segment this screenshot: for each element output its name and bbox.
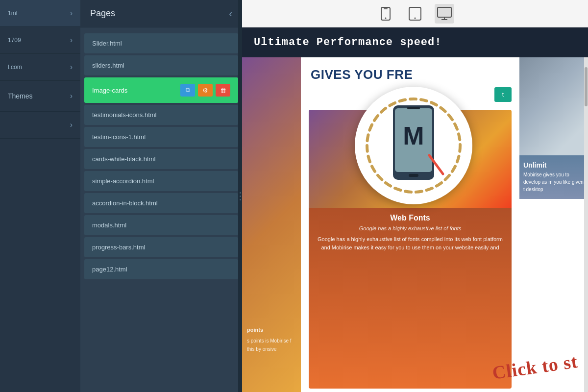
preview-cta-button: t [494,87,512,102]
page-item-label: cards-white-black.html [92,155,155,163]
page-item-slider[interactable]: Slider.html [84,33,238,53]
page-item-sliders[interactable]: sliders.html [84,55,238,75]
page-item-testimonials[interactable]: testimonials-icons.html [84,105,238,125]
preview-main-section: points s points is Mobirise f this by on… [242,57,588,392]
sidebar: 1ml › 1709 › l.com › Themes › › [0,0,80,392]
svg-rect-5 [438,7,451,17]
page-item-testim-icons-1[interactable]: testim-icons-1.html [84,127,238,147]
resize-dot [240,192,241,194]
page-item-label: modals.html [92,221,126,229]
sidebar-item-2-label: 1709 [8,37,21,44]
page-item-progress-bars[interactable]: progress-bars.html [84,237,238,257]
sidebar-item-3[interactable]: l.com › [0,54,80,81]
resize-dot [240,196,241,197]
preview-banner: Ultimate Performance speed! [242,27,588,57]
sidebar-item-2[interactable]: 1709 › [0,27,80,54]
close-icon[interactable]: ‹ [229,8,232,19]
preview-left-column: points s points is Mobirise f this by on… [242,57,301,392]
page-item-modals[interactable]: modals.html [84,215,238,235]
preview-card-1-body: Web Fonts Google has a highly exhaustive… [309,208,512,389]
preview-card-1-text: Google has a highly exhaustive list of f… [315,235,506,251]
page-item-label: page12.html [92,266,127,273]
sidebar-item-themes-label: Themes [8,92,33,100]
preview-gives-you-text: GIVES YOU FRE [301,57,519,87]
mobile-icon [380,7,391,21]
preview-right-partial-body: Unlimit Mobirise gives you to develop as… [519,155,588,199]
desktop-icon [437,7,452,21]
sidebar-item-1[interactable]: 1ml › [0,0,80,27]
tablet-icon [409,7,421,21]
chevron-right-icon: › [70,121,73,129]
resize-dots [238,0,242,392]
page-item-label: Image-cards [92,87,127,94]
preview-right-partial-column: Unlimit Mobirise gives you to develop as… [519,57,588,392]
mobile-device-button[interactable] [376,4,395,24]
sidebar-item-5[interactable]: › [0,112,80,139]
tablet-device-button[interactable] [405,4,425,24]
chevron-right-icon: › [70,36,73,45]
chevron-right-icon: › [70,92,73,100]
sidebar-item-1-label: 1ml [8,10,17,17]
preview-content: Ultimate Performance speed! points s poi… [242,27,588,392]
scroll-thumb [585,67,588,106]
phone-icon-container: M [359,91,468,200]
main-content: Ultimate Performance speed! points s poi… [242,0,588,392]
chevron-right-icon: › [70,63,73,72]
pages-header: Pages ‹ [80,0,242,27]
preview-right-partial-image [519,57,588,155]
pages-panel: Pages ‹ Slider.html sliders.html Image-c… [80,0,242,392]
sidebar-item-3-label: l.com [8,64,22,71]
preview-card-1-subtitle: Google has a highly exhaustive list of f… [315,225,506,231]
page-item-image-cards[interactable]: Image-cards ⧉ ⚙ 🗑 [84,77,238,103]
sidebar-item-themes[interactable]: Themes › [0,81,80,112]
magnify-phone-svg: M [360,92,467,199]
resize-handle[interactable] [238,0,242,392]
page-item-label: progress-bars.html [92,244,145,251]
preview-right-partial-title: Unlimit [523,161,584,169]
preview-right-partial-text: Mobirise gives you to develop as m you l… [523,171,584,193]
svg-point-4 [415,17,416,19]
svg-text:M: M [403,122,424,150]
page-item-label: simple-accordion.html [92,177,154,185]
magnify-overlay: M [355,87,472,204]
preview-left-text-1: points [247,326,296,335]
page-item-label: sliders.html [92,62,124,69]
svg-point-2 [385,17,387,19]
svg-rect-11 [407,107,420,109]
desktop-device-button[interactable] [435,4,454,24]
preview-card-1-title: Web Fonts [315,214,506,222]
top-toolbar [242,0,588,27]
page-item-label: Slider.html [92,40,122,47]
chevron-right-icon: › [70,9,73,18]
resize-dot [240,199,241,200]
page-item-label: testimonials-icons.html [92,111,157,119]
preview-area: Ultimate Performance speed! points s poi… [242,27,588,392]
page-item-actions: ⧉ ⚙ 🗑 [180,84,230,97]
page-settings-button[interactable]: ⚙ [198,84,213,97]
scroll-indicator[interactable] [584,57,588,392]
page-item-label: accordion-in-block.html [92,199,158,207]
preview-left-text-2: s points is Mobirise f this by onsive [247,337,296,353]
page-item-simple-accordion[interactable]: simple-accordion.html [84,171,238,191]
svg-rect-12 [409,174,418,177]
page-item-page12[interactable]: page12.html [84,259,238,279]
preview-left-text: points s points is Mobirise f this by on… [247,326,296,353]
page-item-accordion-in-block[interactable]: accordion-in-block.html [84,193,238,213]
page-item-label: testim-icons-1.html [92,133,146,141]
pages-list: Slider.html sliders.html Image-cards ⧉ ⚙… [80,27,242,392]
banner-headline: Ultimate Performance speed! [254,36,441,49]
pages-panel-title: Pages [90,8,115,19]
copy-page-button[interactable]: ⧉ [180,84,195,97]
delete-page-button[interactable]: 🗑 [216,84,230,97]
page-item-cards-white-black[interactable]: cards-white-black.html [84,149,238,169]
